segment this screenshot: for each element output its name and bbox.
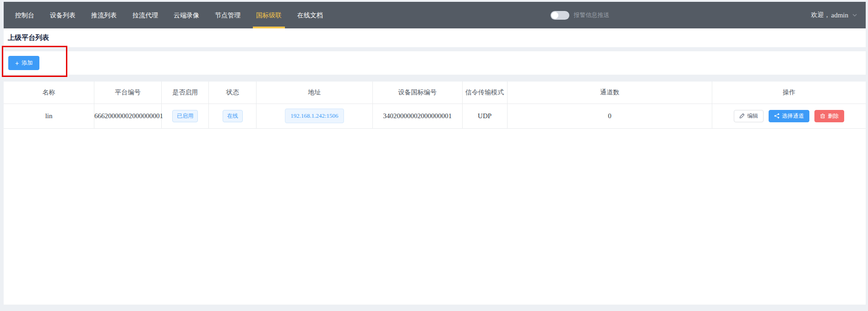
page-title: 上级平台列表 <box>8 33 49 42</box>
row-actions: 编辑 选择通道 <box>712 110 866 122</box>
enabled-badge: 已启用 <box>172 110 198 122</box>
cell-gb-device-id: 34020000002000000001 <box>372 104 462 128</box>
platform-table: 名称 平台编号 是否启用 状态 地址 设备国标编号 信令传输模式 通道数 操作 … <box>4 82 866 129</box>
delete-button-label: 删除 <box>828 112 839 120</box>
col-header-platform-id: 平台编号 <box>94 82 162 104</box>
user-menu[interactable]: 欢迎，admin <box>811 11 858 19</box>
navbar-right-group: 报警信息推送 欢迎，admin <box>551 11 858 20</box>
alarm-push-toggle[interactable] <box>551 11 569 20</box>
col-header-gb-device-id: 设备国标编号 <box>372 82 462 104</box>
nav-item-pull-proxy[interactable]: 拉流代理 <box>125 2 166 28</box>
cell-enabled: 已启用 <box>161 104 209 128</box>
nav-item-gb-cascade-active[interactable]: 国标级联 <box>248 2 289 28</box>
add-button-label: 添加 <box>22 59 33 67</box>
select-channel-button-label: 选择通道 <box>782 112 804 120</box>
col-header-transport-mode: 信令传输模式 <box>462 82 507 104</box>
col-header-address: 地址 <box>256 82 372 104</box>
cell-channel-count: 0 <box>507 104 712 128</box>
select-channel-button[interactable]: 选择通道 <box>769 110 809 122</box>
username: admin <box>831 11 849 19</box>
col-header-name: 名称 <box>4 82 94 104</box>
trash-icon <box>820 113 825 119</box>
col-header-status: 状态 <box>209 82 257 104</box>
table-row: lin 66620000002000000001 已启用 在线 192.168.… <box>4 104 866 128</box>
col-header-channel-count: 通道数 <box>507 82 712 104</box>
cell-transport-mode: UDP <box>462 104 507 128</box>
table-header-row: 名称 平台编号 是否启用 状态 地址 设备国标编号 信令传输模式 通道数 操作 <box>4 82 866 104</box>
nav-item-push-list[interactable]: 推流列表 <box>83 2 125 28</box>
nav-item-online-docs[interactable]: 在线文档 <box>289 2 331 28</box>
page-title-bar: 上级平台列表 <box>4 28 866 47</box>
alarm-push-group: 报警信息推送 <box>551 11 610 20</box>
plus-icon: + <box>15 60 19 66</box>
platform-table-panel: 名称 平台编号 是否启用 状态 地址 设备国标编号 信令传输模式 通道数 操作 … <box>4 82 866 305</box>
cell-address: 192.168.1.242:1506 <box>256 104 372 128</box>
col-header-actions: 操作 <box>712 82 866 104</box>
cell-name: lin <box>4 104 94 128</box>
nav-item-node-manage[interactable]: 节点管理 <box>207 2 248 28</box>
edit-button[interactable]: 编辑 <box>734 110 764 122</box>
welcome-text: 欢迎， <box>811 11 830 19</box>
nav-item-console[interactable]: 控制台 <box>7 2 42 28</box>
cell-actions: 编辑 选择通道 <box>712 104 866 128</box>
cell-platform-id: 66620000002000000001 <box>94 104 162 128</box>
alarm-push-label: 报警信息推送 <box>574 11 610 19</box>
add-button[interactable]: + 添加 <box>8 56 39 70</box>
col-header-enabled: 是否启用 <box>161 82 209 104</box>
edit-button-label: 编辑 <box>747 112 758 120</box>
toolbar: + 添加 <box>4 51 866 75</box>
address-badge[interactable]: 192.168.1.242:1506 <box>285 109 344 123</box>
cell-status: 在线 <box>209 104 257 128</box>
status-badge: 在线 <box>223 110 243 122</box>
nav-item-device-list[interactable]: 设备列表 <box>42 2 83 28</box>
nav-item-cloud-record[interactable]: 云端录像 <box>166 2 207 28</box>
delete-button[interactable]: 删除 <box>814 110 844 122</box>
share-icon <box>774 113 780 119</box>
toggle-knob <box>551 12 558 19</box>
top-navbar: 控制台 设备列表 推流列表 拉流代理 云端录像 节点管理 国标级联 在线文档 报… <box>4 2 866 28</box>
edit-pencil-icon <box>739 113 745 119</box>
chevron-down-icon <box>852 12 857 18</box>
